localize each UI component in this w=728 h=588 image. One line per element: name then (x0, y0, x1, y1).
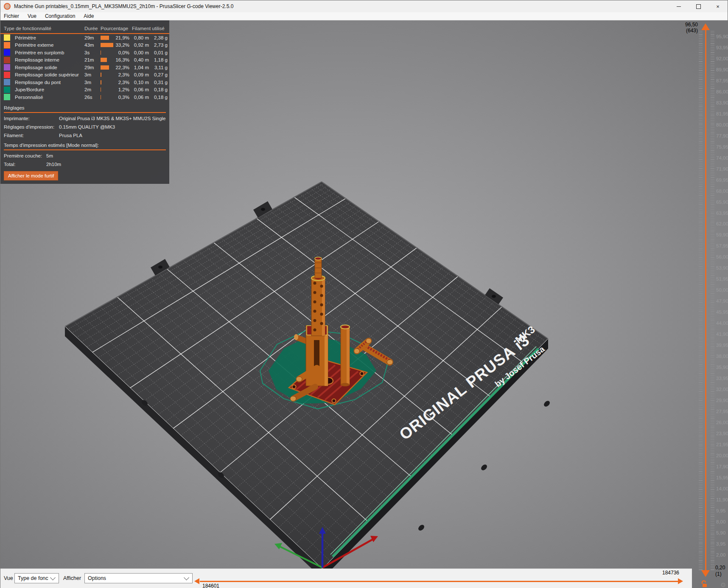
feature-grams: 0,18 g (151, 87, 170, 92)
feature-duration: 3m (84, 72, 101, 77)
lock-open-icon[interactable] (701, 580, 708, 588)
feature-label: Remplissage solide supérieur (15, 72, 84, 77)
layer-slider-top-values: 96,50 (643) (677, 22, 698, 34)
first-layer-value: 5m (46, 153, 53, 159)
show-dropdown[interactable]: Options (84, 573, 193, 583)
feature-meters: 0,06 m (132, 95, 151, 100)
percentage-bar (101, 73, 101, 77)
feature-duration: 29m (84, 35, 101, 40)
printer-label: Imprimante: (4, 116, 59, 121)
first-layer-row: Première couche: 5m (4, 153, 166, 159)
print-settings-value: 0.15mm QUALITY @MK3 (59, 124, 115, 130)
feature-label: Personnalisé (15, 95, 84, 100)
percentage-bar (101, 87, 101, 92)
show-label: Afficher (63, 575, 81, 581)
feature-duration: 2m (84, 87, 101, 92)
legend-rows: Périmètre 29m 21,9% 0,80 m 2,38 g Périmè… (0, 34, 169, 101)
layer-tick-label: 87,95 (716, 78, 728, 83)
layer-slider-track[interactable] (705, 30, 706, 570)
layer-tick-label: 41,90 (716, 332, 728, 337)
feature-label: Périmètre (15, 35, 84, 40)
feature-duration: 21m (84, 57, 101, 62)
menu-fichier[interactable]: Fichier (0, 12, 23, 20)
move-slider-min-value: 184601 (202, 583, 219, 588)
legend-row[interactable]: Remplissage du pont 3m 2,3% 0,10 m 0,31 … (0, 79, 169, 86)
legend-row[interactable]: Périmètre externe 43m 33,2% 0,92 m 2,73 … (0, 42, 169, 49)
menu-configuration[interactable]: Configuration (41, 12, 79, 20)
feature-meters: 0,09 m (132, 72, 151, 77)
layer-slider-labels: 95,9093,9592,0089,9087,9586,0083,9081,95… (716, 34, 728, 557)
gear-icon[interactable]: ⚙ (720, 581, 726, 588)
move-slider-track[interactable] (200, 581, 678, 582)
layer-tick-label: 33,95 (716, 376, 728, 381)
legend-row[interactable]: Périmètre 29m 21,9% 0,80 m 2,38 g (0, 34, 169, 42)
legend-row[interactable]: Jupe/Bordure 2m 1,2% 0,06 m 0,18 g (0, 86, 169, 94)
legend-row[interactable]: Remplissage interne 21m 16,3% 0,40 m 1,1… (0, 56, 169, 64)
feature-grams: 0,31 g (151, 80, 170, 85)
feature-duration: 3s (84, 50, 101, 55)
layer-slider-bottom-handle[interactable] (701, 570, 710, 577)
layer-slider-top-handle[interactable] (701, 23, 710, 30)
feature-label: Jupe/Bordure (15, 87, 84, 92)
legend-row[interactable]: Remplissage solide 29m 22,3% 1,04 m 3,11… (0, 64, 169, 71)
legend-row[interactable]: Périmètre en surplomb 3s 0,0% 0,00 m 0,0… (0, 49, 169, 56)
feature-percent: 0,3% (115, 95, 132, 100)
move-slider-left-handle[interactable] (194, 578, 199, 584)
layer-tick-label: 83,90 (716, 100, 728, 105)
layer-tick-label: 86,00 (716, 89, 728, 94)
feature-meters: 0,40 m (132, 57, 151, 62)
layer-tick-label: 77,90 (716, 133, 728, 138)
feature-percent: 22,3% (115, 65, 132, 70)
feature-grams: 0,18 g (151, 95, 170, 100)
layer-tick-label: 69,95 (716, 177, 728, 183)
feature-color-swatch (4, 42, 10, 48)
layer-slider-ticks-right (711, 31, 714, 571)
feature-grams: 2,73 g (151, 42, 170, 48)
legend-row[interactable]: Personnalisé 26s 0,3% 0,06 m 0,18 g (0, 93, 169, 101)
layer-tick-label: 68,00 (716, 188, 728, 194)
layer-tick-label: 2,00 (716, 552, 728, 557)
chevron-down-icon (184, 575, 189, 580)
feature-percent: 2,3% (115, 72, 132, 77)
move-slider-right-handle[interactable] (678, 578, 683, 584)
layer-tick-label: 21,95 (716, 442, 728, 447)
feature-percent: 0,0% (115, 50, 132, 55)
3d-viewport[interactable]: ORIGINAL PRUSA i3 MK3 by Josef Prusa (0, 20, 728, 588)
layer-tick-label: 63,95 (716, 211, 728, 216)
menu-aide[interactable]: Aide (79, 12, 98, 20)
feature-meters: 0,80 m (132, 35, 151, 40)
layer-tick-label: 75,95 (716, 144, 728, 149)
feature-color-swatch (4, 49, 10, 56)
feature-grams: 0,01 g (151, 50, 170, 55)
app-icon (4, 3, 11, 10)
layer-tick-label: 44,00 (716, 321, 728, 326)
close-button[interactable]: × (708, 0, 728, 12)
feature-grams: 2,38 g (151, 35, 170, 40)
view-dropdown[interactable]: Type de fonction (14, 573, 59, 583)
feature-label: Remplissage du pont (15, 80, 84, 85)
total-time-value: 2h10m (46, 162, 61, 167)
filament-value: Prusa PLA (59, 133, 82, 138)
layer-tick-label: 38,00 (716, 354, 728, 359)
percentage-bar (101, 36, 109, 40)
chevron-down-icon (50, 575, 56, 580)
layer-tick-label: 45,95 (716, 309, 728, 315)
feature-duration: 26s (84, 95, 101, 100)
layer-tick-label: 17,90 (716, 464, 728, 469)
menu-vue[interactable]: Vue (23, 12, 41, 20)
layer-tick-label: 35,90 (716, 365, 728, 370)
close-icon: × (716, 3, 720, 10)
percentage-bar (101, 43, 113, 47)
filament-label: Filament: (4, 133, 59, 138)
maximize-button[interactable] (689, 0, 708, 12)
percentage-bar (101, 65, 109, 70)
minimize-button[interactable] (669, 0, 689, 12)
feature-grams: 3,11 g (151, 65, 170, 70)
legend-panel: Type de fonctionnalité Durée Pourcentage… (0, 20, 169, 184)
col-type: Type de fonctionnalité (4, 26, 84, 31)
window-controls: × (669, 0, 728, 12)
feature-percent: 1,2% (115, 87, 132, 92)
legend-row[interactable]: Remplissage solide supérieur 3m 2,3% 0,0… (0, 71, 169, 79)
feature-color-swatch (4, 72, 10, 78)
stealth-mode-button[interactable]: Afficher le mode furtif (4, 171, 58, 180)
